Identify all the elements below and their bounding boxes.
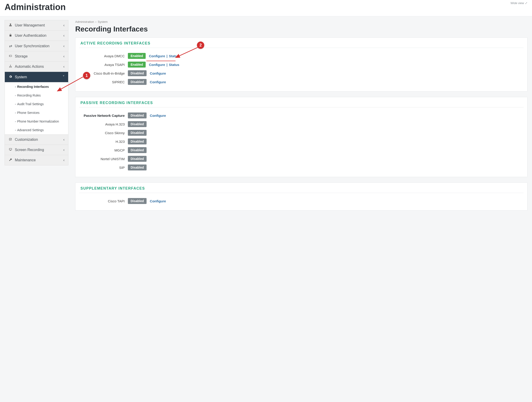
status-link[interactable]: Status bbox=[169, 54, 179, 58]
sync-icon: ⇄ bbox=[8, 44, 13, 48]
chevron-left-icon: ‹ bbox=[63, 54, 64, 58]
chevron-left-icon: ‹ bbox=[63, 33, 64, 38]
interface-label: Nortel UNISTIM bbox=[79, 157, 125, 161]
double-chevron-icon: » bbox=[15, 85, 16, 88]
configure-link[interactable]: Configure bbox=[149, 63, 165, 67]
breadcrumb-leaf[interactable]: System bbox=[98, 20, 108, 24]
subitem-label: Phone Services bbox=[17, 111, 39, 115]
svg-rect-6 bbox=[9, 138, 11, 140]
panel-active-interfaces: ACTIVE RECORDING INTERFACES Avaya DMCC E… bbox=[75, 37, 527, 91]
interface-label: Cisco Skinny bbox=[79, 131, 125, 135]
interface-label: Avaya TSAPI bbox=[79, 63, 125, 67]
svg-rect-3 bbox=[9, 67, 10, 68]
sidebar-item-user-authentication[interactable]: User Authentication ‹ bbox=[5, 31, 68, 41]
subitem-label: Audit Trail Settings bbox=[17, 102, 44, 106]
divider bbox=[79, 107, 524, 107]
sidebar-item-storage[interactable]: Storage ‹ bbox=[5, 51, 68, 62]
interface-label: Avaya H.323 bbox=[79, 122, 125, 126]
interface-row-h323: H.323 Disabled bbox=[79, 137, 524, 146]
status-link[interactable]: Status bbox=[169, 63, 179, 67]
status-badge-disabled: Disabled bbox=[128, 156, 146, 162]
divider bbox=[79, 48, 524, 48]
double-chevron-icon: » bbox=[15, 103, 16, 105]
interface-row-nortel-unistim: Nortel UNISTIM Disabled bbox=[79, 155, 524, 163]
interface-row-avaya-dmcc: Avaya DMCC Enabled Configure | Status bbox=[79, 52, 524, 60]
subitem-label: Advanced Settings bbox=[17, 128, 44, 132]
interface-label: Passive Network Capture bbox=[79, 114, 125, 117]
interface-label: Cisco TAPI bbox=[79, 199, 125, 203]
interface-label: H.323 bbox=[79, 140, 125, 143]
sidebar-item-customization[interactable]: Customization ‹ bbox=[5, 135, 68, 145]
sidebar-item-automatic-actions[interactable]: Automatic Actions ‹ bbox=[5, 62, 68, 72]
status-badge-disabled: Disabled bbox=[128, 130, 146, 136]
status-badge-disabled: Disabled bbox=[128, 164, 146, 170]
subitem-label: Recording Interfaces bbox=[17, 85, 49, 89]
svg-rect-5 bbox=[11, 67, 12, 68]
svg-point-1 bbox=[10, 56, 10, 56]
interface-row-avaya-tsapi: Avaya TSAPI Enabled Configure | Status bbox=[79, 60, 524, 69]
configure-link[interactable]: Configure bbox=[150, 71, 166, 75]
sidebar-item-user-synchronization[interactable]: ⇄ User Synchronization ‹ bbox=[5, 41, 68, 51]
breadcrumb: Administration › System bbox=[75, 20, 527, 24]
subitem-audit-trail-settings[interactable]: » Audit Trail Settings bbox=[5, 100, 68, 108]
subitem-recording-interfaces[interactable]: » Recording Interfaces bbox=[5, 82, 68, 91]
wide-view-label: Wide view bbox=[511, 1, 524, 5]
status-badge-disabled: Disabled bbox=[128, 147, 146, 153]
sidebar-item-user-management[interactable]: User Management ‹ bbox=[5, 20, 68, 31]
chevron-down-icon: ˅ bbox=[63, 75, 64, 79]
sidebar-item-system[interactable]: System ˅ bbox=[5, 72, 68, 82]
status-badge-disabled: Disabled bbox=[128, 112, 146, 118]
double-chevron-icon: » bbox=[15, 111, 16, 114]
topbar: Administration Wide view ⤢ bbox=[0, 0, 532, 16]
chevron-left-icon: ‹ bbox=[63, 44, 64, 48]
subitem-phone-services[interactable]: » Phone Services bbox=[5, 108, 68, 117]
configure-link[interactable]: Configure bbox=[150, 114, 166, 117]
wide-view-toggle[interactable]: Wide view ⤢ bbox=[511, 1, 527, 5]
interface-row-sip: SIP Disabled bbox=[79, 163, 524, 172]
monitor-icon bbox=[8, 148, 13, 152]
page-heading: Administration bbox=[5, 2, 66, 12]
subitem-phone-number-normalization[interactable]: » Phone Number Normalization bbox=[5, 117, 68, 126]
configure-link[interactable]: Configure bbox=[150, 199, 166, 203]
double-chevron-icon: » bbox=[15, 120, 16, 123]
subitem-label: Phone Number Normalization bbox=[17, 120, 59, 123]
wrench-icon bbox=[8, 158, 13, 162]
sidebar-item-label: User Synchronization bbox=[15, 44, 50, 48]
panel-title: SUPPLEMENTARY INTERFACES bbox=[81, 186, 524, 190]
interface-label: SIP bbox=[79, 166, 125, 169]
status-badge-disabled: Disabled bbox=[128, 138, 146, 144]
interface-row-avaya-h323: Avaya H.323 Disabled bbox=[79, 120, 524, 129]
configure-link[interactable]: Configure bbox=[149, 54, 165, 58]
gear-icon bbox=[8, 75, 13, 79]
interface-label: SIPREC bbox=[79, 80, 125, 84]
status-badge-enabled: Enabled bbox=[128, 53, 146, 59]
status-badge-disabled: Disabled bbox=[128, 79, 146, 85]
subitem-recording-rules[interactable]: » Recording Rules bbox=[5, 91, 68, 100]
sidebar-item-screen-recording[interactable]: Screen Recording ‹ bbox=[5, 145, 68, 155]
interface-label: Cisco Built-in-Bridge bbox=[79, 71, 125, 75]
interface-row-cisco-bib: Cisco Built-in-Bridge Disabled Configure bbox=[79, 69, 524, 78]
page-body: User Management ‹ User Authentication ‹ … bbox=[0, 16, 532, 225]
disk-icon bbox=[8, 54, 13, 58]
interface-row-siprec: SIPREC Disabled Configure bbox=[79, 78, 524, 86]
interface-label: MGCP bbox=[79, 148, 125, 152]
panel-passive-interfaces: PASSIVE RECORDING INTERFACES Passive Net… bbox=[75, 97, 527, 177]
double-chevron-icon: » bbox=[15, 94, 16, 97]
interface-row-mgcp: MGCP Disabled bbox=[79, 146, 524, 155]
sidebar-item-label: User Management bbox=[15, 23, 45, 27]
configure-link[interactable]: Configure bbox=[150, 80, 166, 84]
status-badge-enabled: Enabled bbox=[128, 62, 146, 68]
svg-rect-2 bbox=[10, 65, 11, 65]
sidebar-item-maintenance[interactable]: Maintenance ‹ bbox=[5, 155, 68, 165]
interface-row-cisco-skinny: Cisco Skinny Disabled bbox=[79, 129, 524, 137]
main-content: Administration › System Recording Interf… bbox=[75, 20, 527, 216]
subitem-advanced-settings[interactable]: » Advanced Settings bbox=[5, 126, 68, 134]
interface-label: Avaya DMCC bbox=[79, 54, 125, 58]
panel-title: ACTIVE RECORDING INTERFACES bbox=[81, 41, 524, 45]
status-badge-disabled: Disabled bbox=[128, 198, 146, 204]
status-badge-disabled: Disabled bbox=[128, 121, 146, 127]
interface-row-cisco-tapi: Cisco TAPI Disabled Configure bbox=[79, 197, 524, 205]
page-title: Recording Interfaces bbox=[75, 25, 527, 33]
chevron-left-icon: ‹ bbox=[63, 23, 64, 27]
breadcrumb-root[interactable]: Administration bbox=[75, 20, 94, 24]
